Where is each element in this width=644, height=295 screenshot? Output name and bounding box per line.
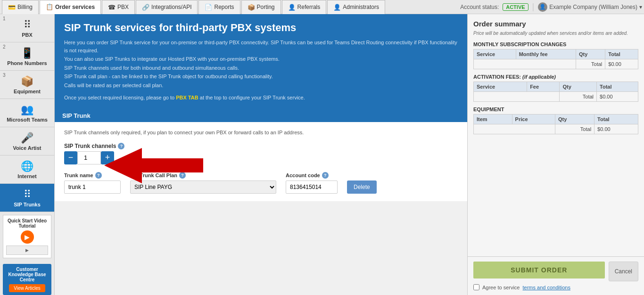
equipment-icon: 📦	[21, 75, 33, 88]
monthly-empty-row: Total $0.00	[474, 59, 638, 69]
sidebar-item-voice-artist[interactable]: 🎤 Voice Artist	[0, 127, 54, 156]
cancel-button[interactable]: Cancel	[609, 262, 638, 281]
status-badge: ACTIVE	[503, 3, 528, 11]
page-header: SIP Trunk services for third-party PBX s…	[55, 14, 467, 108]
sip-trunks-icon: ⠿	[24, 188, 31, 201]
channels-input[interactable]	[77, 151, 101, 164]
sip-trunk-description: SIP Trunk channels only required, if you…	[64, 130, 458, 135]
user-account[interactable]: 👤 Example Company (William Jones) ▾	[538, 2, 642, 12]
quickstart-widget: Quick Start Video Tutorial ▶ ▶	[3, 215, 51, 258]
tab-integrations[interactable]: 🔗 Integrations/API	[136, 0, 198, 14]
trunk-name-info-icon[interactable]: ?	[95, 172, 102, 179]
order-footer: SUBMIT ORDER Cancel Agree to service ter…	[468, 256, 644, 295]
referrals-icon: 👤	[288, 4, 296, 11]
integrations-icon: 🔗	[142, 4, 149, 11]
internet-icon: 🌐	[21, 160, 33, 172]
phone-numbers-icon: 📱	[21, 47, 33, 59]
content-area: SIP Trunk services for third-party PBX s…	[55, 14, 467, 295]
equipment-empty-row: Total $0.00	[474, 124, 638, 134]
terms-row: Agree to service terms and conditions	[473, 284, 638, 290]
divider: |	[532, 2, 535, 12]
chevron-down-icon: ▾	[639, 4, 642, 10]
monthly-col-total: Total	[605, 49, 638, 59]
tab-pbx[interactable]: ☎ PBX	[102, 0, 135, 14]
monthly-section-title: MONTHLY SUBSCRIPTION CHANGES	[473, 41, 638, 47]
terms-link[interactable]: terms and conditions	[522, 285, 570, 290]
sip-trunk-section: SIP Trunk SIP Trunk channels only requir…	[55, 108, 467, 201]
terms-checkbox[interactable]	[473, 284, 479, 290]
equipment-col-item: Item	[474, 115, 512, 124]
tab-porting[interactable]: 📦 Porting	[241, 0, 281, 14]
view-articles-button[interactable]: View Articles	[9, 284, 45, 292]
equipment-col-total: Total	[594, 115, 638, 124]
pbx-sidebar-icon: ⠿	[24, 19, 31, 31]
svg-marker-0	[104, 148, 203, 183]
sidebar-item-pbx[interactable]: 1 ⠿ PBX	[0, 14, 54, 42]
sidebar-item-equipment[interactable]: 3 📦 Equipment	[0, 71, 54, 99]
sidebar-item-sip-trunks[interactable]: ⠿ SIP Trunks	[0, 184, 54, 212]
tab-order-services[interactable]: 📋 Order services	[40, 0, 101, 14]
order-services-icon: 📋	[46, 3, 53, 10]
tab-reports[interactable]: 📄 Reports	[198, 0, 240, 14]
sip-trunk-body: SIP Trunk channels only required, if you…	[55, 122, 467, 201]
quickstart-play-button[interactable]: ▶	[21, 230, 34, 244]
sidebar: 1 ⠿ PBX 2 📱 Phone Numbers 3 📦 Equipment …	[0, 14, 55, 295]
activation-col-qty: Qty	[560, 82, 597, 92]
delete-trunk-button[interactable]: Delete	[347, 180, 377, 194]
monthly-col-service: Service	[474, 49, 516, 59]
account-code-input[interactable]	[286, 180, 338, 194]
pbx-tab-link[interactable]: PBX TAB	[176, 95, 198, 100]
equipment-section-title: EQUIPMENT	[473, 107, 638, 112]
voice-artist-icon: 🎤	[21, 132, 33, 144]
right-panel: Order summary Price will be automaticall…	[467, 14, 644, 295]
tab-referrals[interactable]: 👤 Referrals	[282, 0, 327, 14]
avatar: 👤	[538, 2, 547, 12]
page-title: SIP Trunk services for third-party PBX s…	[64, 22, 458, 34]
pbx-icon: ☎	[108, 4, 116, 11]
arrow-svg	[104, 148, 203, 183]
red-arrow-indicator	[104, 148, 203, 185]
activation-section-title: ACTIVATION FEES: (if applicable)	[473, 74, 638, 80]
activation-empty-row: Total $0.00	[474, 92, 638, 102]
sidebar-item-phone-numbers[interactable]: 2 📱 Phone Numbers	[0, 42, 54, 71]
teams-icon: 👥	[21, 104, 33, 116]
tab-billing[interactable]: 💳 Billing	[2, 0, 39, 14]
nav-tabs: 💳 Billing 📋 Order services ☎ PBX 🔗 Integ…	[2, 0, 460, 14]
monthly-table: Service Monthly fee Qty Total Total $0.0…	[473, 49, 638, 69]
sidebar-item-internet[interactable]: 🌐 Internet	[0, 156, 54, 184]
reports-icon: 📄	[205, 4, 212, 11]
activation-table: Service Fee Qty Total Total $0.00	[473, 82, 638, 102]
order-summary-note: Price will be automatically updated when…	[473, 31, 638, 36]
order-summary: Order summary Price will be automaticall…	[468, 14, 644, 256]
sip-trunk-header: SIP Trunk	[55, 109, 467, 122]
activation-col-service: Service	[474, 82, 527, 92]
porting-icon: 📦	[248, 4, 255, 11]
account-code-group: Account code ?	[286, 172, 338, 194]
monthly-col-qty: Qty	[576, 49, 605, 59]
tab-administrators[interactable]: 👤 Administrators	[327, 0, 385, 14]
equipment-col-qty: Qty	[555, 115, 594, 124]
monthly-col-fee: Monthly fee	[516, 49, 576, 59]
main-layout: 1 ⠿ PBX 2 📱 Phone Numbers 3 📦 Equipment …	[0, 14, 644, 295]
administrators-icon: 👤	[333, 4, 341, 11]
sidebar-item-microsoft-teams[interactable]: 👥 Microsoft Teams	[0, 99, 54, 127]
order-summary-title: Order summary	[473, 20, 638, 28]
activation-col-fee: Fee	[527, 82, 560, 92]
top-navigation: 💳 Billing 📋 Order services ☎ PBX 🔗 Integ…	[0, 0, 644, 14]
equipment-col-price: Price	[512, 115, 555, 124]
account-code-info-icon[interactable]: ?	[322, 172, 329, 179]
submit-order-button[interactable]: SUBMIT ORDER	[473, 262, 605, 279]
equipment-table: Item Price Qty Total Total $0.00	[473, 114, 638, 134]
billing-icon: 💳	[8, 4, 16, 11]
account-info: Account status: ACTIVE | 👤 Example Compa…	[460, 2, 642, 12]
decrement-channels-button[interactable]: −	[64, 151, 77, 164]
knowledge-widget: Customer Knowledge Base Centre View Arti…	[3, 264, 51, 295]
activation-col-total: Total	[597, 82, 638, 92]
